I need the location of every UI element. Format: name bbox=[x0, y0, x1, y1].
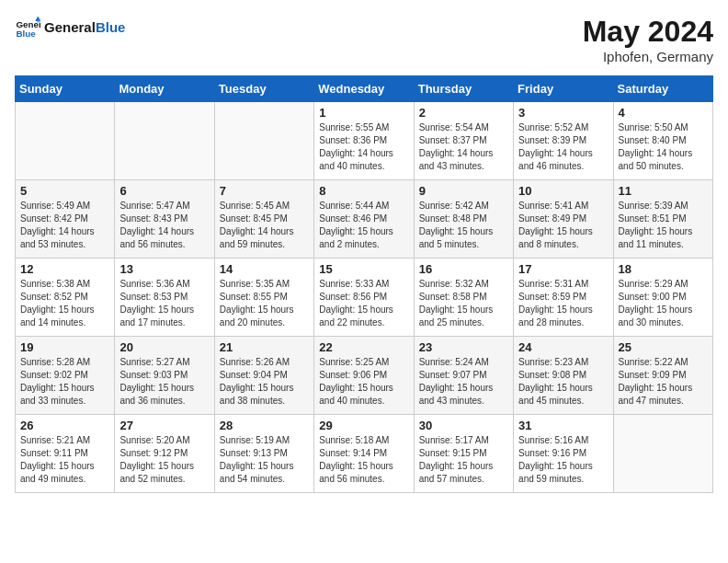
day-number: 30 bbox=[419, 419, 508, 432]
day-number: 3 bbox=[518, 106, 608, 120]
day-number: 19 bbox=[20, 340, 109, 354]
day-number: 13 bbox=[119, 262, 209, 276]
day-number: 20 bbox=[119, 340, 209, 354]
day-number: 6 bbox=[119, 184, 209, 198]
day-info: Sunrise: 5:32 AM Sunset: 8:58 PM Dayligh… bbox=[419, 278, 508, 329]
calendar-week-row: 5Sunrise: 5:49 AM Sunset: 8:42 PM Daylig… bbox=[16, 180, 713, 259]
day-number: 14 bbox=[220, 262, 309, 276]
day-info: Sunrise: 5:36 AM Sunset: 8:53 PM Dayligh… bbox=[119, 278, 209, 329]
calendar-cell: 4Sunrise: 5:50 AM Sunset: 8:40 PM Daylig… bbox=[613, 102, 712, 180]
day-info: Sunrise: 5:54 AM Sunset: 8:37 PM Dayligh… bbox=[419, 121, 508, 173]
calendar-cell: 18Sunrise: 5:29 AM Sunset: 9:00 PM Dayli… bbox=[613, 259, 712, 337]
day-info: Sunrise: 5:28 AM Sunset: 9:02 PM Dayligh… bbox=[20, 356, 109, 408]
calendar-header: SundayMondayTuesdayWednesdayThursdayFrid… bbox=[16, 76, 713, 102]
calendar-cell: 1Sunrise: 5:55 AM Sunset: 8:36 PM Daylig… bbox=[314, 102, 414, 180]
page-header: General Blue GeneralBlue May 2024 Iphofe… bbox=[15, 15, 713, 64]
day-number: 1 bbox=[319, 106, 408, 120]
day-number: 28 bbox=[220, 419, 309, 432]
day-info: Sunrise: 5:25 AM Sunset: 9:06 PM Dayligh… bbox=[319, 356, 408, 408]
day-info: Sunrise: 5:49 AM Sunset: 8:42 PM Dayligh… bbox=[20, 200, 109, 251]
day-number: 11 bbox=[619, 184, 708, 198]
weekday-header-sunday: Sunday bbox=[16, 76, 115, 102]
day-number: 21 bbox=[220, 340, 309, 354]
day-info: Sunrise: 5:23 AM Sunset: 9:08 PM Dayligh… bbox=[518, 356, 608, 408]
calendar-cell: 12Sunrise: 5:38 AM Sunset: 8:52 PM Dayli… bbox=[16, 259, 115, 337]
day-number: 22 bbox=[319, 340, 408, 354]
calendar-cell: 10Sunrise: 5:41 AM Sunset: 8:49 PM Dayli… bbox=[514, 180, 613, 259]
day-number: 9 bbox=[419, 184, 508, 198]
day-info: Sunrise: 5:16 AM Sunset: 9:16 PM Dayligh… bbox=[518, 434, 608, 486]
calendar-cell: 24Sunrise: 5:23 AM Sunset: 9:08 PM Dayli… bbox=[514, 337, 613, 415]
weekday-header-wednesday: Wednesday bbox=[314, 76, 414, 102]
calendar-cell: 31Sunrise: 5:16 AM Sunset: 9:16 PM Dayli… bbox=[514, 415, 613, 493]
title-block: May 2024 Iphofen, Germany bbox=[583, 15, 713, 64]
svg-text:Blue: Blue bbox=[16, 29, 36, 39]
day-number: 23 bbox=[419, 340, 508, 354]
day-number: 4 bbox=[619, 106, 708, 120]
calendar-cell: 21Sunrise: 5:26 AM Sunset: 9:04 PM Dayli… bbox=[214, 337, 313, 415]
calendar-cell: 19Sunrise: 5:28 AM Sunset: 9:02 PM Dayli… bbox=[16, 337, 115, 415]
weekday-header-thursday: Thursday bbox=[414, 76, 513, 102]
day-info: Sunrise: 5:31 AM Sunset: 8:59 PM Dayligh… bbox=[518, 278, 608, 329]
day-info: Sunrise: 5:20 AM Sunset: 9:12 PM Dayligh… bbox=[119, 434, 209, 486]
day-info: Sunrise: 5:24 AM Sunset: 9:07 PM Dayligh… bbox=[419, 356, 508, 408]
calendar-cell: 6Sunrise: 5:47 AM Sunset: 8:43 PM Daylig… bbox=[115, 180, 214, 259]
day-info: Sunrise: 5:19 AM Sunset: 9:13 PM Dayligh… bbox=[220, 434, 309, 486]
weekday-header-friday: Friday bbox=[514, 76, 613, 102]
day-info: Sunrise: 5:55 AM Sunset: 8:36 PM Dayligh… bbox=[319, 121, 408, 173]
day-info: Sunrise: 5:42 AM Sunset: 8:48 PM Dayligh… bbox=[419, 200, 508, 251]
day-info: Sunrise: 5:45 AM Sunset: 8:45 PM Dayligh… bbox=[220, 200, 309, 251]
logo-blue: Blue bbox=[96, 19, 126, 35]
calendar-cell: 22Sunrise: 5:25 AM Sunset: 9:06 PM Dayli… bbox=[314, 337, 414, 415]
calendar-body: 1Sunrise: 5:55 AM Sunset: 8:36 PM Daylig… bbox=[16, 102, 713, 493]
calendar-cell: 7Sunrise: 5:45 AM Sunset: 8:45 PM Daylig… bbox=[214, 180, 313, 259]
calendar-subtitle: Iphofen, Germany bbox=[583, 49, 713, 64]
calendar-cell: 14Sunrise: 5:35 AM Sunset: 8:55 PM Dayli… bbox=[214, 259, 313, 337]
calendar-cell: 15Sunrise: 5:33 AM Sunset: 8:56 PM Dayli… bbox=[314, 259, 414, 337]
day-info: Sunrise: 5:38 AM Sunset: 8:52 PM Dayligh… bbox=[20, 278, 109, 329]
day-info: Sunrise: 5:41 AM Sunset: 8:49 PM Dayligh… bbox=[518, 200, 608, 251]
day-info: Sunrise: 5:29 AM Sunset: 9:00 PM Dayligh… bbox=[619, 278, 708, 329]
calendar-cell: 13Sunrise: 5:36 AM Sunset: 8:53 PM Dayli… bbox=[115, 259, 214, 337]
day-info: Sunrise: 5:50 AM Sunset: 8:40 PM Dayligh… bbox=[619, 121, 708, 173]
day-number: 12 bbox=[20, 262, 109, 276]
calendar-cell: 29Sunrise: 5:18 AM Sunset: 9:14 PM Dayli… bbox=[314, 415, 414, 493]
calendar-cell: 8Sunrise: 5:44 AM Sunset: 8:46 PM Daylig… bbox=[314, 180, 414, 259]
calendar-cell: 27Sunrise: 5:20 AM Sunset: 9:12 PM Dayli… bbox=[115, 415, 214, 493]
day-number: 17 bbox=[518, 262, 608, 276]
weekday-header-monday: Monday bbox=[115, 76, 214, 102]
day-info: Sunrise: 5:22 AM Sunset: 9:09 PM Dayligh… bbox=[619, 356, 708, 408]
day-number: 10 bbox=[518, 184, 608, 198]
calendar-week-row: 26Sunrise: 5:21 AM Sunset: 9:11 PM Dayli… bbox=[16, 415, 713, 493]
day-info: Sunrise: 5:39 AM Sunset: 8:51 PM Dayligh… bbox=[619, 200, 708, 251]
day-info: Sunrise: 5:17 AM Sunset: 9:15 PM Dayligh… bbox=[419, 434, 508, 486]
day-number: 26 bbox=[20, 419, 109, 432]
day-info: Sunrise: 5:33 AM Sunset: 8:56 PM Dayligh… bbox=[319, 278, 408, 329]
day-info: Sunrise: 5:21 AM Sunset: 9:11 PM Dayligh… bbox=[20, 434, 109, 486]
logo-text-block: GeneralBlue bbox=[44, 20, 125, 36]
day-number: 31 bbox=[518, 419, 608, 432]
day-info: Sunrise: 5:26 AM Sunset: 9:04 PM Dayligh… bbox=[220, 356, 309, 408]
calendar-cell: 2Sunrise: 5:54 AM Sunset: 8:37 PM Daylig… bbox=[414, 102, 513, 180]
calendar-cell: 11Sunrise: 5:39 AM Sunset: 8:51 PM Dayli… bbox=[613, 180, 712, 259]
logo: General Blue GeneralBlue bbox=[15, 15, 125, 40]
calendar-cell bbox=[613, 415, 712, 493]
day-number: 24 bbox=[518, 340, 608, 354]
calendar-title: May 2024 bbox=[583, 15, 713, 49]
calendar-cell: 30Sunrise: 5:17 AM Sunset: 9:15 PM Dayli… bbox=[414, 415, 513, 493]
day-number: 29 bbox=[319, 419, 408, 432]
day-number: 5 bbox=[20, 184, 109, 198]
calendar-cell: 25Sunrise: 5:22 AM Sunset: 9:09 PM Dayli… bbox=[613, 337, 712, 415]
calendar-week-row: 19Sunrise: 5:28 AM Sunset: 9:02 PM Dayli… bbox=[16, 337, 713, 415]
calendar-cell: 5Sunrise: 5:49 AM Sunset: 8:42 PM Daylig… bbox=[16, 180, 115, 259]
day-info: Sunrise: 5:44 AM Sunset: 8:46 PM Dayligh… bbox=[319, 200, 408, 251]
day-number: 27 bbox=[119, 419, 209, 432]
day-number: 2 bbox=[419, 106, 508, 120]
calendar-cell: 23Sunrise: 5:24 AM Sunset: 9:07 PM Dayli… bbox=[414, 337, 513, 415]
calendar-cell: 17Sunrise: 5:31 AM Sunset: 8:59 PM Dayli… bbox=[514, 259, 613, 337]
calendar-cell: 20Sunrise: 5:27 AM Sunset: 9:03 PM Dayli… bbox=[115, 337, 214, 415]
day-number: 8 bbox=[319, 184, 408, 198]
weekday-header-row: SundayMondayTuesdayWednesdayThursdayFrid… bbox=[16, 76, 713, 102]
day-number: 25 bbox=[619, 340, 708, 354]
calendar-cell: 3Sunrise: 5:52 AM Sunset: 8:39 PM Daylig… bbox=[514, 102, 613, 180]
